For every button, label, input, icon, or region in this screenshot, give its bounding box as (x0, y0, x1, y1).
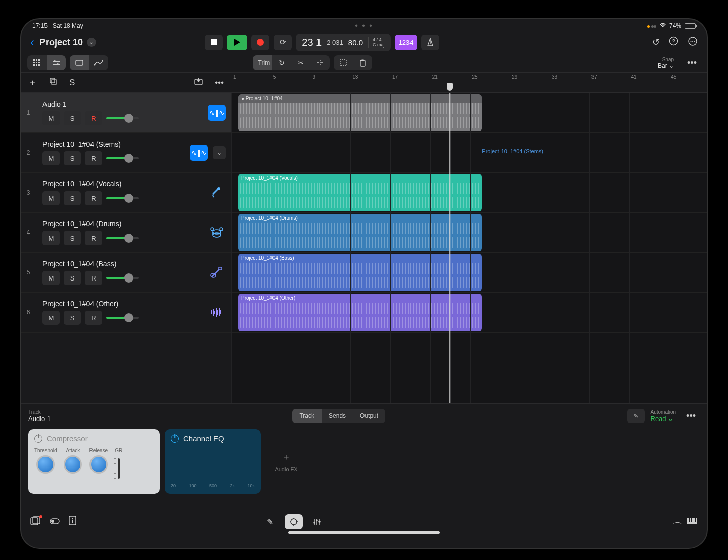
track-type-icon[interactable] (208, 224, 226, 241)
count-in-button[interactable]: 1234 (395, 35, 418, 50)
power-icon[interactable] (34, 435, 42, 443)
track-header[interactable]: 2Project 10_1#04 (Stems)MSR∿∥∿⌄ (21, 133, 231, 173)
solo-button[interactable]: S (64, 311, 81, 325)
cycle-button[interactable]: ⟳ (274, 35, 292, 50)
library-button[interactable] (30, 516, 40, 528)
record-enable-button[interactable]: R (85, 191, 102, 205)
track-lane[interactable]: Project 10_1#04 (Vocals) (231, 173, 707, 213)
volume-slider[interactable] (106, 317, 139, 319)
track-headers-more-button[interactable]: ••• (215, 78, 224, 88)
solo-button[interactable]: S (64, 191, 81, 205)
trim-tool-button[interactable]: Trim (253, 55, 272, 70)
volume-slider[interactable] (106, 197, 139, 199)
mute-button[interactable]: M (42, 191, 60, 205)
help-button[interactable]: ? (669, 36, 678, 49)
notepad-button[interactable] (69, 516, 76, 528)
mute-button[interactable]: M (42, 311, 60, 325)
keyboard-button[interactable] (687, 517, 698, 527)
audio-region[interactable]: Project 10_1#04 (Drums) (238, 214, 482, 251)
metronome-button[interactable] (421, 35, 439, 50)
solo-button[interactable]: S (64, 111, 81, 125)
audio-region[interactable]: Project 10_1#04 (Other) (238, 294, 482, 331)
lcd-display[interactable]: 23 1 2 031 80.0 4 / 4 C maj (296, 34, 390, 51)
playhead-handle[interactable] (447, 83, 453, 91)
inspector-edit-button[interactable]: ✎ (627, 409, 645, 423)
audio-region[interactable]: Project 10_1#04 (Vocals) (238, 174, 482, 211)
mute-button[interactable]: M (42, 231, 60, 245)
scissors-tool-button[interactable]: ✂ (291, 55, 310, 70)
tab-track[interactable]: Track (292, 409, 322, 423)
loop-browser-button[interactable] (50, 517, 60, 527)
volume-slider[interactable] (106, 277, 139, 279)
view-mixer-button[interactable] (47, 55, 66, 70)
stem-expand-button[interactable]: ⌄ (213, 146, 226, 159)
track-type-icon[interactable] (208, 304, 226, 320)
chevron-down-icon[interactable]: ⌄ (87, 38, 96, 47)
track-type-icon[interactable]: ∿∥∿ (208, 105, 226, 121)
back-button[interactable]: ‹ (30, 35, 34, 50)
inspector-more-button[interactable]: ••• (682, 411, 700, 422)
duplicate-track-button[interactable] (49, 77, 57, 88)
tab-output[interactable]: Output (353, 409, 385, 423)
record-enable-button[interactable]: R (85, 271, 102, 285)
mute-button[interactable]: M (42, 111, 60, 125)
record-enable-button[interactable]: R (85, 111, 102, 125)
split-tool-button[interactable] (310, 55, 330, 70)
volume-slider[interactable] (106, 117, 139, 119)
record-button[interactable] (251, 35, 269, 50)
timeline-area[interactable]: 159131721252933374145 ● Project 10_1#04P… (231, 73, 707, 403)
stop-button[interactable] (205, 35, 223, 50)
corner-curl-icon[interactable]: ⌒ (672, 520, 682, 534)
view-automation-button[interactable] (89, 55, 108, 70)
inbox-button[interactable] (194, 78, 203, 88)
mute-button[interactable]: M (42, 271, 60, 285)
track-header[interactable]: 5Project 10_1#04 (Bass)MSR (21, 253, 231, 293)
track-header[interactable]: 4Project 10_1#04 (Drums)MSR (21, 213, 231, 253)
track-lane[interactable]: Project 10_1#04 (Other) (231, 293, 707, 333)
toolbar-more-button[interactable]: ••• (683, 58, 701, 68)
record-enable-button[interactable]: R (85, 231, 102, 245)
solo-button[interactable]: S (64, 231, 81, 245)
tab-sends[interactable]: Sends (322, 409, 353, 423)
track-type-icon[interactable] (208, 184, 226, 201)
track-header[interactable]: 1Audio 1MSR∿∥∿ (21, 93, 231, 133)
attack-knob[interactable] (64, 455, 82, 474)
marquee-tool-button[interactable] (334, 55, 353, 70)
snap-setting[interactable]: Snap Bar ⌄ (658, 57, 674, 69)
release-knob[interactable] (89, 455, 108, 474)
volume-slider[interactable] (106, 157, 139, 159)
add-audio-fx-button[interactable]: ＋ Audio FX (266, 429, 306, 494)
track-lane[interactable]: Project 10_1#04 (Stems) (231, 133, 707, 173)
mixer-sliders-button[interactable] (308, 514, 326, 529)
track-header[interactable]: 6Project 10_1#04 (Other)MSR (21, 293, 231, 333)
solo-button[interactable]: S (64, 151, 81, 165)
project-title[interactable]: Project 10 ⌄ (39, 37, 96, 48)
threshold-knob[interactable] (36, 455, 55, 474)
record-enable-button[interactable]: R (85, 151, 102, 165)
solo-button[interactable]: S (64, 271, 81, 285)
track-lane[interactable]: ● Project 10_1#04 (231, 93, 707, 133)
global-solo-button[interactable]: S (69, 78, 75, 88)
loop-tool-button[interactable]: ↻ (272, 55, 291, 70)
ruler[interactable]: 159131721252933374145 (231, 73, 707, 93)
eq-graph[interactable] (171, 451, 255, 481)
power-icon[interactable] (171, 435, 179, 443)
plugin-compressor[interactable]: Compressor Threshold Attack Release GR (28, 429, 160, 494)
clipboard-tool-button[interactable] (353, 55, 372, 70)
volume-slider[interactable] (106, 237, 139, 239)
automation-mode[interactable]: Automation Read ⌄ (651, 409, 676, 423)
track-lane[interactable]: Project 10_1#04 (Drums) (231, 213, 707, 253)
mute-button[interactable]: M (42, 151, 60, 165)
view-tracks-button[interactable] (70, 55, 89, 70)
more-menu-button[interactable] (688, 36, 698, 49)
pencil-mode-button[interactable]: ✎ (261, 514, 280, 529)
play-button[interactable] (227, 35, 247, 50)
multitask-dots-icon[interactable]: • • • (355, 21, 373, 30)
view-grid-button[interactable] (27, 55, 47, 70)
smart-controls-button[interactable] (285, 514, 303, 529)
plugin-channel-eq[interactable]: Channel EQ 20 100 500 2k 10k (165, 429, 261, 494)
record-enable-button[interactable]: R (85, 311, 102, 325)
audio-region[interactable]: ● Project 10_1#04 (238, 94, 482, 131)
add-track-button[interactable]: ＋ (28, 77, 37, 88)
track-header[interactable]: 3Project 10_1#04 (Vocals)MSR (21, 173, 231, 213)
